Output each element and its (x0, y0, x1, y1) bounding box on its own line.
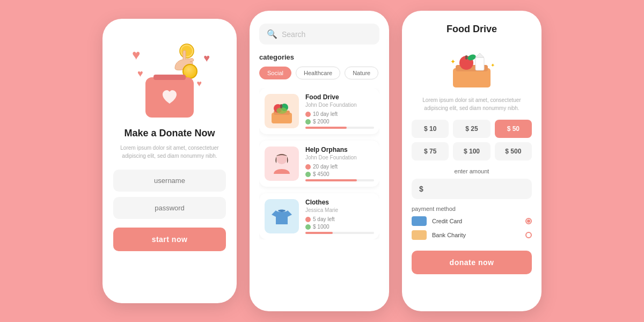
categories-label: categories (259, 53, 379, 61)
donate-now-button[interactable]: donate now (412, 251, 532, 274)
food-drive-progress-fill (305, 127, 347, 129)
clothes-progress-bar (305, 232, 374, 234)
credit-card-icon (412, 216, 427, 226)
orphan-org: John Doe Foundation (305, 155, 374, 160)
food-drive-amount: $ 2000 (305, 119, 374, 125)
clothes-amount-dot (305, 224, 311, 230)
clothes-amount: $ 1000 (305, 224, 374, 230)
amount-500[interactable]: $ 500 (495, 142, 532, 160)
dollar-sign: $ (419, 185, 423, 193)
tab-healthcare[interactable]: Healthcare (296, 67, 340, 79)
amount-grid: $ 10 $ 25 $ 50 $ 75 $ 100 $ 500 (412, 120, 532, 160)
donation-box (145, 77, 194, 118)
clothes-progress-fill (305, 232, 333, 234)
food-drive-title: Food Drive (412, 24, 532, 35)
svg-text:✦: ✦ (450, 58, 456, 65)
phone-donate: Food Drive ✦ ✦ Lorem ipsum dolor sit ame… (402, 11, 541, 311)
svg-marker-15 (475, 53, 484, 57)
clothes-org: Jessica Marie (305, 207, 374, 213)
food-drive-org: John Doe Foundation (305, 102, 374, 108)
credit-card-radio[interactable] (525, 218, 532, 224)
clothes-name: Clothes (305, 199, 374, 206)
amount-75[interactable]: $ 75 (412, 142, 449, 160)
food-drive-progress-bar (305, 127, 374, 129)
svg-rect-7 (280, 104, 282, 108)
credit-card-label: Credit Card (432, 218, 520, 224)
days-dot (305, 112, 311, 117)
amount-100[interactable]: $ 100 (453, 142, 490, 160)
bank-charity-radio[interactable] (525, 232, 532, 238)
tab-nature[interactable]: Nature (345, 67, 378, 79)
password-input[interactable] (113, 197, 226, 219)
svg-text:✦: ✦ (491, 62, 495, 68)
food-drive-name: Food Drive (305, 93, 374, 101)
payment-bank-charity[interactable]: Bank Charity (412, 230, 532, 240)
payment-credit-card[interactable]: Credit Card (412, 216, 532, 226)
phone-login: ♥ ♥ ♥ ♥ Make a Donate Now Lorem ipsum do… (103, 19, 237, 303)
amount-25[interactable]: $ 25 (453, 120, 490, 138)
amount-50[interactable]: $ 50 (495, 120, 532, 138)
heart-icon-2: ♥ (137, 68, 143, 79)
payment-label: payment method (412, 206, 532, 212)
clothes-days: 5 day left (305, 216, 374, 222)
charity-list: Food Drive John Doe Foundation 10 day le… (259, 88, 379, 239)
heart-icon-4: ♥ (197, 79, 202, 89)
amount-10[interactable]: $ 10 (412, 120, 449, 138)
category-tabs: Social Healthcare Nature (259, 67, 379, 79)
charity-card-food-drive[interactable]: Food Drive John Doe Foundation 10 day le… (259, 88, 379, 134)
food-drive-days: 10 day left (305, 111, 374, 117)
start-now-button[interactable]: start now (113, 228, 226, 251)
clothes-days-dot (305, 217, 311, 222)
phone-listings: 🔍 Search categories Social Healthcare Na… (250, 11, 389, 311)
orphan-thumbnail (265, 147, 299, 181)
payment-options: Credit Card Bank Charity (412, 216, 532, 240)
clothes-info: Clothes Jessica Marie 5 day left $ 1000 (305, 199, 374, 234)
charity-card-clothes[interactable]: Clothes Jessica Marie 5 day left $ 1000 (259, 193, 379, 239)
bank-charity-icon (412, 230, 427, 240)
bank-charity-label: Bank Charity (432, 232, 520, 238)
heart-icon-1: ♥ (132, 47, 140, 63)
orphan-name: Help Orphans (305, 146, 374, 153)
orphan-info: Help Orphans John Doe Foundation 20 day … (305, 146, 374, 181)
search-bar[interactable]: 🔍 Search (259, 24, 379, 45)
svg-rect-12 (465, 55, 467, 60)
enter-amount-label: enter amount (412, 168, 532, 174)
donation-illustration: ♥ ♥ ♥ ♥ (127, 36, 213, 122)
svg-point-6 (276, 107, 287, 114)
search-placeholder-text: Search (282, 30, 305, 39)
food-drive-info: Food Drive John Doe Foundation 10 day le… (305, 93, 374, 129)
phone1-title: Make a Donate Now (124, 127, 215, 140)
orphan-days: 20 day left (305, 164, 374, 170)
orphan-amount: $ 4500 (305, 171, 374, 177)
food-illustration: ✦ ✦ (442, 41, 501, 90)
charity-card-help-orphans[interactable]: Help Orphans John Doe Foundation 20 day … (259, 141, 379, 187)
clothes-thumbnail (265, 199, 299, 233)
tab-social[interactable]: Social (259, 67, 291, 79)
search-icon: 🔍 (267, 29, 277, 39)
food-drive-thumbnail (265, 94, 299, 128)
svg-rect-14 (475, 57, 484, 70)
orphan-amount-dot (305, 172, 311, 177)
orphan-progress-fill (305, 179, 357, 181)
amount-input-wrap[interactable]: $ (412, 179, 532, 199)
orphan-days-dot (305, 164, 311, 170)
food-description: Lorem ipsum dolor sit amet, consectetuer… (412, 96, 532, 112)
phone1-description: Lorem ipsum dolor sit amet, consectetuer… (113, 144, 226, 160)
orphan-progress-bar (305, 179, 374, 181)
box-heart-icon (159, 87, 180, 108)
username-input[interactable] (113, 170, 226, 192)
amount-dot (305, 119, 311, 125)
